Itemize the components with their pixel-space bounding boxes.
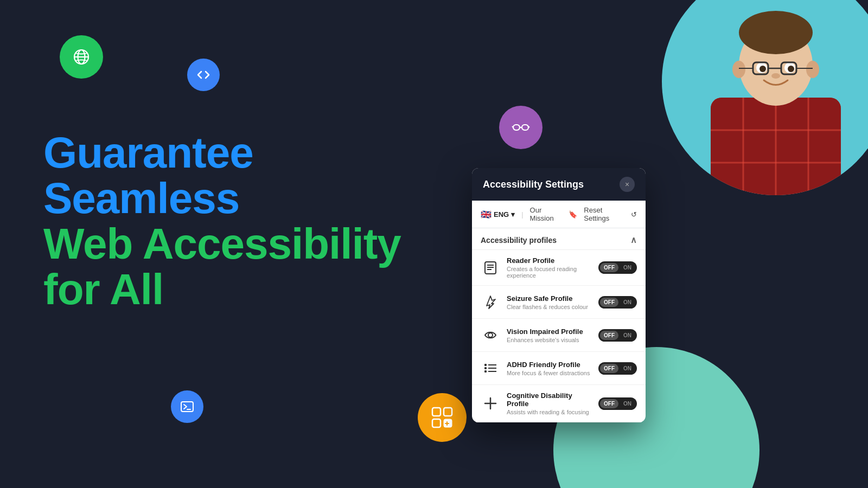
cognitive-icon bbox=[481, 394, 500, 413]
vision-icon bbox=[481, 325, 500, 345]
toggle-off-label: OFF bbox=[600, 263, 618, 272]
seizure-desc: Clear flashes & reduces colour bbox=[507, 304, 592, 310]
vision-name: Vision Impaired Profile bbox=[507, 328, 592, 336]
svg-point-14 bbox=[760, 66, 766, 72]
profile-item-vision: Vision Impaired Profile Enhances website… bbox=[472, 319, 646, 352]
svg-rect-36 bbox=[485, 262, 496, 274]
person-illustration bbox=[689, 0, 863, 195]
flag-icon: 🇬🇧 bbox=[481, 209, 492, 220]
reset-button[interactable]: Reset Settings ↺ bbox=[584, 206, 637, 222]
cognitive-desc: Assists with reading & focusing bbox=[507, 409, 592, 415]
seizure-icon bbox=[481, 292, 500, 312]
svg-rect-42 bbox=[484, 367, 487, 369]
toolbar-separator: | bbox=[521, 210, 523, 219]
svg-point-15 bbox=[788, 66, 794, 72]
cognitive-name: Cognitive Disability Profile bbox=[507, 391, 592, 408]
cognitive-info: Cognitive Disability Profile Assists wit… bbox=[507, 391, 592, 415]
adhd-info: ADHD Friendly Profile More focus & fewer… bbox=[507, 361, 592, 376]
adhd-toggle[interactable]: OFF ON bbox=[598, 362, 637, 375]
svg-point-11 bbox=[806, 61, 819, 78]
reader-info: Reader Profile Creates a focused reading… bbox=[507, 256, 592, 279]
svg-rect-34 bbox=[432, 419, 441, 427]
code-icon bbox=[187, 59, 220, 91]
svg-rect-25 bbox=[513, 125, 520, 130]
hero-photo-area bbox=[640, 0, 868, 228]
close-button[interactable]: × bbox=[620, 177, 635, 192]
svg-rect-33 bbox=[444, 408, 452, 416]
vision-desc: Enhances website's visuals bbox=[507, 337, 592, 343]
seizure-name: Seizure Safe Profile bbox=[507, 294, 592, 303]
adhd-icon bbox=[481, 358, 500, 378]
hero-line-1: Guarantee bbox=[43, 130, 401, 176]
svg-rect-32 bbox=[432, 408, 441, 416]
reset-icon: ↺ bbox=[631, 210, 637, 219]
svg-line-29 bbox=[528, 126, 529, 127]
hero-line-4: for All bbox=[43, 267, 401, 312]
svg-point-9 bbox=[739, 11, 813, 54]
reader-icon bbox=[481, 258, 500, 278]
panel-title: Accessibility Settings bbox=[483, 179, 584, 190]
profile-item-adhd: ADHD Friendly Profile More focus & fewer… bbox=[472, 352, 646, 385]
cognitive-toggle[interactable]: OFF ON bbox=[598, 397, 637, 410]
toggle-on-label: ON bbox=[620, 364, 635, 373]
mission-icon: 🔖 bbox=[569, 210, 577, 219]
terminal-icon bbox=[171, 390, 203, 423]
svg-point-40 bbox=[488, 333, 493, 337]
reader-desc: Creates a focused reading experience bbox=[507, 266, 592, 279]
panel-toolbar: 🇬🇧 ENG ▾ | Our Mission 🔖 Reset Settings … bbox=[472, 201, 646, 228]
glasses-icon bbox=[499, 106, 542, 149]
hero-line-2: Seamless bbox=[43, 176, 401, 221]
profile-item-cognitive: Cognitive Disability Profile Assists wit… bbox=[472, 385, 646, 422]
toggle-on-label: ON bbox=[620, 298, 635, 307]
language-button[interactable]: 🇬🇧 ENG ▾ bbox=[481, 209, 515, 220]
profile-list: Reader Profile Creates a focused reading… bbox=[472, 250, 646, 422]
panel-header: Accessibility Settings × bbox=[472, 168, 646, 201]
reader-toggle[interactable]: OFF ON bbox=[598, 261, 637, 274]
svg-point-10 bbox=[732, 61, 745, 78]
toggle-on-label: ON bbox=[620, 399, 635, 408]
photo-circle bbox=[662, 0, 868, 195]
svg-point-21 bbox=[771, 73, 780, 79]
adhd-desc: More focus & fewer distractions bbox=[507, 370, 592, 376]
section-header[interactable]: Accessibility profiles ∧ bbox=[472, 228, 646, 250]
mission-button[interactable]: Our Mission 🔖 bbox=[530, 206, 578, 222]
toggle-off-label: OFF bbox=[600, 298, 618, 307]
profile-item-seizure: Seizure Safe Profile Clear flashes & red… bbox=[472, 286, 646, 319]
language-chevron: ▾ bbox=[511, 210, 515, 219]
mission-label: Our Mission bbox=[530, 206, 567, 222]
svg-rect-43 bbox=[484, 370, 487, 373]
seizure-toggle[interactable]: OFF ON bbox=[598, 296, 637, 309]
reader-name: Reader Profile bbox=[507, 256, 592, 265]
adhd-name: ADHD Friendly Profile bbox=[507, 361, 592, 369]
hero-text-block: Guarantee Seamless Web Accessibility for… bbox=[43, 130, 401, 312]
globe-icon bbox=[60, 35, 103, 79]
toggle-off-label: OFF bbox=[600, 331, 618, 340]
vision-info: Vision Impaired Profile Enhances website… bbox=[507, 328, 592, 343]
svg-rect-26 bbox=[522, 125, 528, 130]
toggle-off-label: OFF bbox=[600, 399, 618, 408]
reset-label: Reset Settings bbox=[584, 206, 629, 222]
language-label: ENG bbox=[494, 210, 509, 219]
accessibility-panel: Accessibility Settings × 🇬🇧 ENG ▾ | Our … bbox=[472, 168, 646, 422]
hero-line-3: Web Accessibility bbox=[43, 221, 401, 267]
toggle-on-label: ON bbox=[620, 263, 635, 272]
toggle-off-label: OFF bbox=[600, 364, 618, 373]
chevron-up-icon: ∧ bbox=[630, 235, 637, 245]
seizure-info: Seizure Safe Profile Clear flashes & red… bbox=[507, 294, 592, 310]
toggle-on-label: ON bbox=[620, 331, 635, 340]
profile-item-reader: Reader Profile Creates a focused reading… bbox=[472, 250, 646, 286]
svg-rect-41 bbox=[484, 364, 487, 366]
section-label: Accessibility profiles bbox=[481, 236, 557, 245]
widget-icon bbox=[418, 393, 467, 442]
vision-toggle[interactable]: OFF ON bbox=[598, 329, 637, 342]
svg-line-28 bbox=[512, 126, 513, 127]
